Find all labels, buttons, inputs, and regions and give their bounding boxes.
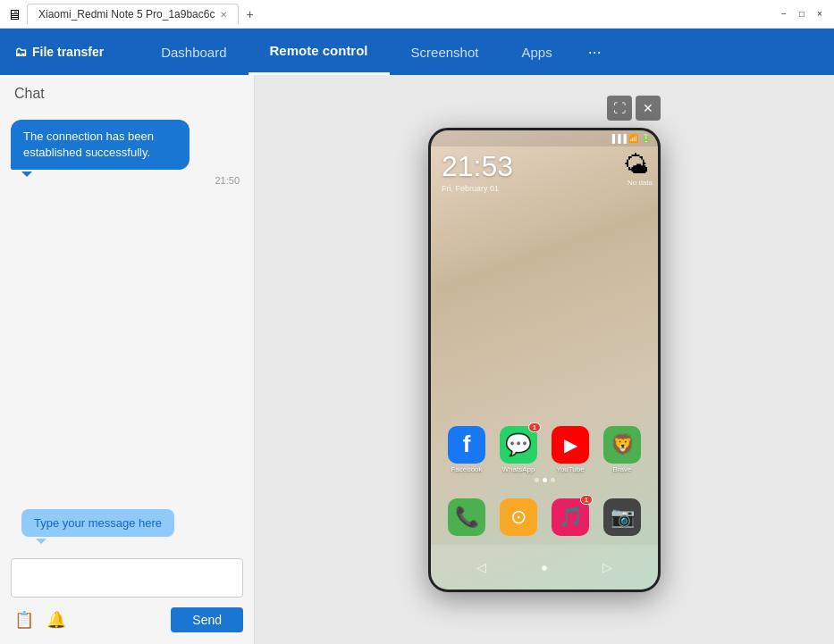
chat-header: Chat [0,75,254,113]
facebook-icon: f [448,426,485,464]
app-brave[interactable]: 🦁 Brave [601,426,644,473]
window-controls: − □ × [777,7,827,21]
signal-icons: ▐▐▐ 📶 🔋 [610,134,651,143]
chat-input-area: 📋 🔔 Send [0,551,254,644]
tooltip-text: Type your message here [34,516,162,530]
brave-icon: 🦁 [603,426,641,464]
app-pinwheel[interactable]: ⊙ [497,498,540,536]
phone-weather-icon: 🌤 [624,150,649,180]
chat-messages: The connection has been established succ… [0,113,254,502]
phone-container: ⛶ ✕ ▐▐▐ 📶 🔋 21:53 Fri, February 01 🌤 No … [428,128,661,592]
facebook-label: Facebook [451,465,482,473]
phone-bottom-bar: ◁ ● ▷ [431,545,658,590]
app-music[interactable]: 🎵 1 [549,498,592,536]
nav-logo: 🗂 File transfer [14,45,104,59]
music-icon: 🎵 1 [552,498,589,536]
back-button[interactable]: ◁ [476,560,486,574]
app-facebook[interactable]: f Facebook [445,426,488,473]
nav-logo-text: File transfer [32,45,104,59]
notification-button[interactable]: 🔔 [43,606,70,633]
dots-indicator [431,478,658,482]
whatsapp-badge: 1 [528,422,541,432]
add-tab-button[interactable]: + [239,4,260,25]
youtube-label: YouTube [556,465,584,473]
app-youtube[interactable]: ▶ YouTube [549,426,592,473]
dot-1 [535,478,539,482]
dot-2 [543,478,547,482]
app-phone[interactable]: 📞 [445,498,488,536]
clipboard-button[interactable]: 📋 [11,606,38,633]
phone-overlay-controls: ⛶ ✕ [607,96,661,121]
main-content: Chat The connection has been established… [0,75,834,644]
phone-close-button[interactable]: ✕ [636,96,661,121]
youtube-icon: ▶ [552,426,589,464]
brave-label: Brave [613,465,632,473]
phone-call-icon: 📞 [448,498,485,536]
message-tooltip: Type your message here [21,509,174,537]
nav-more-button[interactable]: ··· [577,43,612,62]
phone-clock: 21:53 [442,150,513,183]
nav-item-dashboard[interactable]: Dashboard [139,29,248,75]
phone-weather-text: No data [628,179,653,187]
recents-button[interactable]: ▷ [602,560,612,574]
phone-frame: ▐▐▐ 📶 🔋 21:53 Fri, February 01 🌤 No data… [428,128,661,592]
app-icon: 🖥 [7,7,21,21]
app-camera[interactable]: 📷 [601,498,644,536]
chat-actions: 📋 🔔 Send [11,606,243,633]
music-badge: 1 [580,495,593,505]
message-tooltip-container: Type your message here [11,502,243,544]
sidebar: Chat The connection has been established… [0,75,255,644]
tab-close-icon[interactable]: ✕ [220,10,227,20]
title-bar: 🖥 Xiaomi_Redmi Note 5 Pro_1a9bac6c ✕ + −… [0,0,834,29]
chat-bubble: The connection has been established succ… [11,120,190,170]
whatsapp-label: WhatsApp [502,465,535,473]
phone-area: ⛶ ✕ ▐▐▐ 📶 🔋 21:53 Fri, February 01 🌤 No … [255,75,834,644]
chat-input[interactable] [11,558,243,598]
minimize-button[interactable]: − [777,7,791,21]
send-button[interactable]: Send [171,607,243,632]
phone-date: Fri, February 01 [442,184,499,193]
nav-bar: 🗂 File transfer Dashboard Remote control… [0,29,834,75]
dot-3 [551,478,555,482]
nav-item-apps[interactable]: Apps [500,29,573,75]
app-whatsapp[interactable]: 💬 1 WhatsApp [497,426,540,473]
tab-bar: Xiaomi_Redmi Note 5 Pro_1a9bac6c ✕ + [27,4,261,25]
chat-message-text: The connection has been established succ… [23,130,154,159]
phone-screen[interactable]: ▐▐▐ 📶 🔋 21:53 Fri, February 01 🌤 No data… [431,130,658,590]
close-button[interactable]: × [813,7,827,21]
maximize-button[interactable]: □ [795,7,809,21]
app-row-1: f Facebook 💬 1 WhatsApp ▶ You [440,426,649,473]
nav-item-remote-control[interactable]: Remote control [249,29,390,75]
app-row-2: 📞 ⊙ 🎵 1 📷 [440,498,649,536]
pinwheel-icon: ⊙ [500,498,537,536]
tab-title: Xiaomi_Redmi Note 5 Pro_1a9bac6c [38,8,215,21]
home-button[interactable]: ● [541,560,548,574]
expand-button[interactable]: ⛶ [607,96,632,121]
chat-time: 21:50 [11,175,240,186]
camera-icon: 📷 [603,498,641,536]
nav-item-screenshot[interactable]: Screenshot [390,29,501,75]
status-bar: ▐▐▐ 📶 🔋 [431,130,658,146]
file-transfer-icon: 🗂 [14,45,27,59]
active-tab[interactable]: Xiaomi_Redmi Note 5 Pro_1a9bac6c ✕ [27,4,239,24]
whatsapp-icon: 💬 1 [500,426,537,464]
